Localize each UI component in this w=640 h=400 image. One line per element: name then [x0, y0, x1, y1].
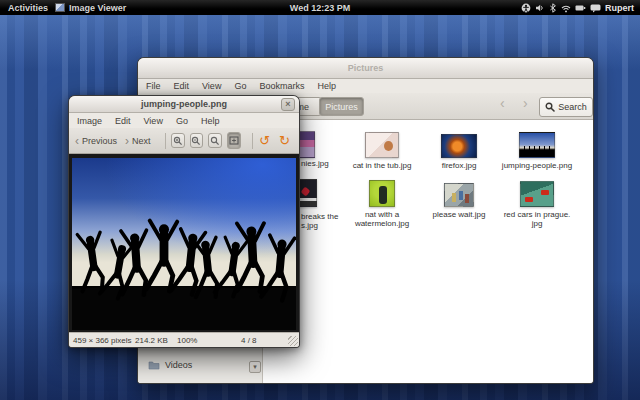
- menu-help[interactable]: Help: [317, 81, 336, 91]
- forward-button[interactable]: ›: [523, 95, 528, 111]
- zoom-out-icon: [191, 136, 201, 146]
- viewer-statusbar: 459 × 366 pixels 214.2 KB 100% 4 / 8: [69, 332, 299, 347]
- files-window-title: Pictures: [348, 63, 384, 73]
- file-item-please-wait[interactable]: please wait.jpg: [421, 177, 497, 219]
- menu-edit[interactable]: Edit: [174, 81, 190, 91]
- breadcrumb-pictures-button[interactable]: Pictures: [319, 97, 364, 116]
- zoom-in-icon: [173, 136, 183, 146]
- thumbnail-please-wait: [444, 183, 474, 207]
- thumbnail-cat: [365, 132, 399, 158]
- best-fit-icon: [229, 136, 239, 145]
- system-tray: Rupert: [521, 0, 634, 15]
- viewer-menubar: Image Edit View Go Help: [69, 113, 299, 128]
- toolbar-separator: [165, 133, 166, 149]
- volume-icon[interactable]: [535, 3, 545, 13]
- file-item-nat-watermelon[interactable]: nat with a watermelon.jpg: [344, 177, 420, 228]
- file-label: watermelon.jpg: [344, 219, 420, 228]
- folder-icon: [148, 360, 160, 370]
- file-item-firefox[interactable]: firefox.jpg: [421, 128, 497, 170]
- sidebar-scroll-down-button[interactable]: ▾: [249, 361, 261, 373]
- menu-view[interactable]: View: [144, 116, 163, 126]
- next-label: Next: [132, 136, 151, 146]
- file-label: jumping-people.png: [499, 161, 575, 170]
- file-label: red cars in prague.: [499, 210, 575, 219]
- viewer-image-area: [69, 154, 299, 334]
- user-menu[interactable]: Rupert: [590, 3, 634, 13]
- zoom-in-button[interactable]: [171, 133, 184, 148]
- menu-image[interactable]: Image: [77, 116, 102, 126]
- file-label: nat with a: [344, 210, 420, 219]
- menu-help[interactable]: Help: [201, 116, 220, 126]
- menu-go[interactable]: Go: [234, 81, 246, 91]
- thumbnail-watermelon: [369, 180, 395, 207]
- resize-grip[interactable]: [288, 336, 298, 346]
- rotate-right-button[interactable]: ↻: [279, 134, 290, 147]
- top-bar: Activities Image Viewer Wed 12:23 PM: [0, 0, 640, 15]
- image-viewer-window: jumping-people.png × Image Edit View Go …: [68, 95, 300, 348]
- files-window-titlebar[interactable]: Pictures: [138, 58, 593, 79]
- close-button[interactable]: ×: [281, 98, 295, 111]
- zoom-normal-icon: [210, 136, 220, 146]
- next-button[interactable]: › Next: [125, 136, 151, 146]
- file-label: please wait.jpg: [421, 210, 497, 219]
- zoom-level: 100%: [177, 336, 197, 345]
- best-fit-button[interactable]: [227, 132, 242, 149]
- image-index: 4 / 8: [241, 336, 257, 345]
- file-item-red-cars[interactable]: red cars in prague. jpg: [499, 177, 575, 228]
- chevron-right-icon: ›: [125, 136, 129, 146]
- files-menubar: File Edit View Go Bookmarks Help: [138, 79, 593, 93]
- search-icon: [545, 102, 555, 112]
- viewer-titlebar[interactable]: jumping-people.png ×: [69, 96, 299, 113]
- image-filesize: 214.2 KB: [135, 336, 168, 345]
- file-label: cat in the tub.jpg: [344, 161, 420, 170]
- wifi-icon[interactable]: [561, 3, 571, 13]
- file-item-cat-in-the-tub[interactable]: cat in the tub.jpg: [344, 128, 420, 170]
- file-label-fragment: breaks the: [301, 212, 338, 221]
- chevron-down-icon: ▾: [253, 363, 257, 371]
- menu-edit[interactable]: Edit: [115, 116, 131, 126]
- viewer-window-title: jumping-people.png: [141, 99, 227, 109]
- desktop-screen: Pictures File Edit View Go Bookmarks Hel…: [0, 0, 640, 400]
- thumbnail-firefox: [441, 134, 477, 158]
- file-label: jpg: [499, 219, 575, 228]
- image-dimensions: 459 × 366 pixels: [73, 336, 132, 345]
- rotate-left-button[interactable]: ↺: [259, 134, 270, 147]
- menu-file[interactable]: File: [146, 81, 161, 91]
- menu-bookmarks[interactable]: Bookmarks: [259, 81, 304, 91]
- accessibility-icon[interactable]: [521, 3, 531, 13]
- file-label: firefox.jpg: [421, 161, 497, 170]
- search-button[interactable]: Search: [539, 97, 593, 117]
- jumping-people-photo: [72, 158, 296, 330]
- previous-button[interactable]: ‹ Previous: [75, 136, 117, 146]
- file-label-fragment: s.jpg: [301, 221, 318, 230]
- back-button[interactable]: ‹: [500, 95, 505, 111]
- battery-icon[interactable]: [575, 3, 586, 13]
- viewer-toolbar: ‹ Previous › Next: [69, 128, 299, 154]
- chevron-left-icon: ‹: [75, 136, 79, 146]
- toolbar-separator: [252, 133, 253, 149]
- user-chat-icon: [590, 3, 601, 13]
- file-label-fragment: nies.jpg: [301, 159, 329, 168]
- zoom-normal-button[interactable]: [208, 133, 221, 148]
- thumbnail-jumping-people: [519, 132, 555, 158]
- thumbnail-red-cars: [520, 181, 554, 207]
- search-label: Search: [558, 102, 587, 112]
- user-name: Rupert: [605, 3, 634, 13]
- menu-go[interactable]: Go: [176, 116, 188, 126]
- file-item-jumping-people[interactable]: jumping-people.png: [499, 128, 575, 170]
- sidebar-item-label: Videos: [165, 360, 192, 370]
- sidebar-item-videos[interactable]: Videos: [148, 360, 192, 370]
- bluetooth-icon[interactable]: [549, 3, 557, 13]
- menu-view[interactable]: View: [202, 81, 221, 91]
- zoom-out-button[interactable]: [190, 133, 203, 148]
- previous-label: Previous: [82, 136, 117, 146]
